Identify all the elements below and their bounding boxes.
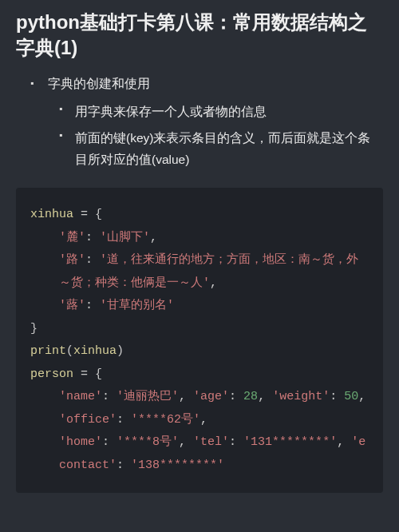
code-key: 'weight' (272, 390, 330, 403)
code-colon: : (229, 435, 243, 449)
code-block: xinhua = { '麓': '山脚下', '路': '道，往来通行的地方；方… (16, 188, 383, 493)
code-key: '蕗' (59, 299, 85, 312)
code-op: = (73, 367, 95, 381)
code-brace: { (95, 208, 102, 221)
code-colon: : (85, 231, 100, 244)
code-brace: { (95, 367, 102, 381)
list-item-label: 字典的创建和使用 (48, 77, 150, 90)
code-comma: , (358, 390, 365, 403)
code-key: '麓' (59, 231, 85, 244)
page-title: python基础打卡第八课：常用数据结构之字典(1) (16, 10, 383, 62)
code-val: '****8号' (117, 435, 179, 449)
code-key: 'name' (59, 390, 102, 403)
list-item: 用字典来保存一个人或者物的信息 (59, 101, 383, 122)
code-comma: , (200, 413, 207, 427)
code-comma: , (337, 435, 344, 449)
code-val: '山脚下' (100, 231, 150, 244)
code-comma: , (258, 390, 265, 403)
code-comma: , (179, 390, 186, 403)
code-val: 50 (344, 390, 358, 403)
code-key: 'tel' (193, 435, 229, 449)
bullet-list-top: 字典的创建和使用 用字典来保存一个人或者物的信息 前面的键(key)来表示条目的… (16, 76, 383, 170)
code-colon: : (330, 390, 344, 403)
list-item: 前面的键(key)来表示条目的含义，而后面就是这个条目所对应的值(value) (59, 127, 383, 170)
code-colon: : (85, 299, 100, 312)
code-var: xinhua (30, 208, 73, 221)
bullet-list-inner: 用字典来保存一个人或者物的信息 前面的键(key)来表示条目的含义，而后面就是这… (30, 101, 383, 170)
code-val: '甘草的别名' (100, 299, 174, 312)
code-arg: xinhua (73, 344, 117, 358)
code-val: '****62号' (131, 413, 200, 427)
code-colon: : (117, 413, 131, 427)
code-val: '131********' (243, 435, 337, 449)
code-key: 'office' (59, 413, 117, 427)
code-key: 'home' (59, 435, 102, 449)
code-colon: : (102, 435, 117, 449)
code-val: '138********' (131, 459, 224, 472)
code-op: = (73, 208, 95, 221)
code-key: '路' (59, 253, 85, 267)
code-val: 28 (243, 390, 258, 403)
code-key: 'age' (193, 390, 229, 403)
code-paren: ) (117, 344, 124, 358)
code-brace: } (30, 322, 38, 335)
code-comma: , (210, 276, 217, 290)
code-val: '迪丽热巴' (117, 390, 179, 403)
code-fn: print (30, 344, 66, 358)
code-colon: : (85, 253, 100, 267)
code-paren: ( (66, 344, 73, 358)
code-var: person (30, 367, 73, 381)
code-colon: : (102, 390, 117, 403)
code-colon: : (117, 459, 131, 472)
code-colon: : (229, 390, 243, 403)
code-comma: , (179, 435, 186, 449)
code-comma: , (150, 231, 157, 244)
code-val: '道，往来通行的地方；方面，地区：南～货，外～货；种类：他俩是一～人' (59, 253, 358, 290)
list-item: 字典的创建和使用 用字典来保存一个人或者物的信息 前面的键(key)来表示条目的… (30, 76, 383, 170)
